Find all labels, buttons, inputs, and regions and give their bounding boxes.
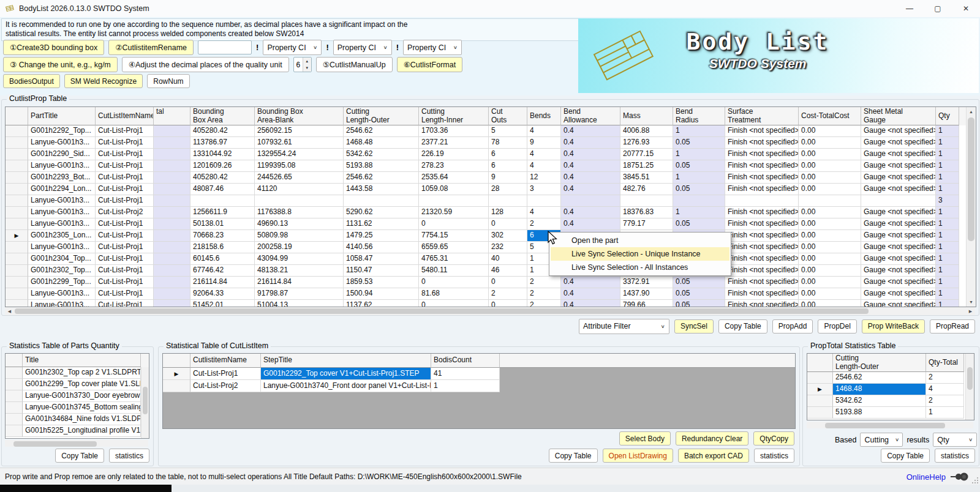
table-cell[interactable]: 244526.65 (255, 172, 344, 184)
statistics-button[interactable]: statistics (935, 449, 975, 463)
column-header-2[interactable]: CutListItemName (96, 107, 154, 125)
table-cell[interactable]: 0.00 (799, 265, 861, 277)
table-cell[interactable] (255, 195, 344, 207)
table-cell[interactable]: 7754.15 (419, 230, 489, 242)
table-cell[interactable]: G001h2290_Sid... (28, 149, 96, 160)
title-column-header[interactable]: Title (23, 354, 141, 367)
table-cell[interactable]: 0.4 (561, 172, 620, 184)
table-cell[interactable]: Finish <not specified> (725, 207, 799, 218)
table-cell[interactable]: 5 (489, 125, 527, 137)
table-cell[interactable]: 278.23 (419, 160, 489, 172)
row-header[interactable] (6, 195, 28, 207)
step-title-cell[interactable]: Lanyue-G001h3740_Front door panel V1+Cut… (261, 380, 431, 392)
table-cell[interactable]: Gauge <not specified> (861, 207, 936, 218)
proptotal-cell[interactable]: 5193.88 (833, 407, 926, 419)
qtycopy-button[interactable]: QtyCopy (753, 431, 794, 445)
table-cell[interactable]: 1859.53 (344, 277, 419, 288)
cutlistitem-name-cell[interactable]: Cut-List-Proj1 (190, 368, 261, 380)
table-cell[interactable]: 6 (489, 160, 527, 172)
table-cell[interactable]: 0.00 (799, 300, 861, 307)
property-ci-combo-3[interactable]: Property CI∨ (403, 40, 462, 55)
spinner-up-icon[interactable]: ▲ (303, 58, 311, 65)
table-cell[interactable]: 1 (936, 184, 959, 195)
table-cell[interactable]: Cut-List-Proj1 (96, 149, 154, 160)
proptotal-vertical-scrollbar[interactable] (965, 354, 974, 420)
table-cell[interactable]: Cut-List-Proj1 (96, 277, 154, 288)
part-title-cell[interactable]: G001h2302_Top cap 2 V1.SLDPRT (23, 367, 141, 379)
table-cell[interactable]: 0.4 (561, 218, 620, 230)
table-cell[interactable]: 2546.62 (344, 125, 419, 137)
redundancy-clear-button[interactable]: Redundancy Clear (676, 431, 748, 445)
table-cell[interactable]: Gauge <not specified> (861, 230, 936, 242)
column-header-1[interactable]: Cutting Length-Outer (833, 354, 926, 372)
table-cell[interactable]: 0 (419, 277, 489, 288)
row-header[interactable] (6, 207, 28, 218)
table-cell[interactable]: 4 (527, 207, 561, 218)
propdel-button[interactable]: PropDel (818, 319, 856, 334)
row-header-current[interactable]: ▶ (6, 230, 28, 242)
syncsel-button[interactable]: SyncSel (674, 319, 714, 334)
table-cell[interactable]: 5193.88 (344, 160, 419, 172)
based-combo[interactable]: Cutting∨ (860, 433, 903, 447)
column-header-1[interactable]: CutlistitemName (190, 354, 261, 368)
table-cell[interactable]: 0.4 (561, 288, 620, 300)
scrollbar-thumb[interactable] (15, 308, 869, 314)
cutlist-format-button[interactable]: ⑥CutlistFormat (397, 57, 463, 72)
table-cell[interactable]: 2546.62 (344, 172, 419, 184)
attribute-filter-combo[interactable]: Attribute Filter∨ (579, 319, 669, 334)
cutlistitem-name-cell[interactable]: Cut-List-Proj2 (190, 380, 261, 392)
propread-button[interactable]: PropRead (930, 319, 975, 334)
column-header-12[interactable]: Bend Radius (673, 107, 725, 125)
column-header-5[interactable]: Bounding Box Area-Blank (255, 107, 344, 125)
row-header[interactable] (6, 137, 28, 149)
table-cell[interactable]: 1 (936, 300, 959, 307)
table-cell[interactable]: Cut-List-Proj1 (96, 288, 154, 300)
proptotal-cell[interactable]: 2546.62 (833, 372, 926, 384)
copy-table-button[interactable]: Copy Table (549, 449, 598, 463)
table-cell[interactable]: 3372.91 (620, 277, 673, 288)
table-cell[interactable]: 1 (936, 160, 959, 172)
row-header[interactable] (6, 379, 23, 390)
table-cell[interactable]: 4765.31 (419, 253, 489, 265)
table-cell[interactable]: 0.00 (799, 242, 861, 253)
scroll-up-icon[interactable]: ▲ (967, 107, 976, 116)
table-cell[interactable]: G001h2294_Lon... (28, 184, 96, 195)
bodies-output-button[interactable]: BodiesOutput (3, 74, 60, 88)
table-cell[interactable]: 1 (936, 277, 959, 288)
table-cell[interactable]: Gauge <not specified> (861, 172, 936, 184)
table-cell[interactable]: 200258.19 (255, 242, 344, 253)
batch-export-cad-button[interactable]: Batch export CAD (678, 449, 749, 463)
table-cell[interactable]: 1059.08 (419, 184, 489, 195)
table-cell[interactable] (154, 137, 190, 149)
table-cell[interactable]: 70668.23 (190, 230, 255, 242)
table-cell[interactable]: Finish <not specified> (725, 184, 799, 195)
table-cell[interactable]: Lanyue-G001h3... (28, 288, 96, 300)
table-cell[interactable]: 1137.62 (344, 300, 419, 307)
table-cell[interactable]: 0.4 (561, 149, 620, 160)
table-cell[interactable]: 1443.58 (344, 184, 419, 195)
table-cell[interactable]: 0.4 (561, 125, 620, 137)
table-cell[interactable]: 21320.59 (419, 207, 489, 218)
table-cell[interactable] (561, 195, 620, 207)
column-header-3[interactable]: tal (154, 107, 190, 125)
property-ci-combo-2[interactable]: Property CI∨ (333, 40, 392, 55)
parts-vertical-scrollbar[interactable] (141, 367, 149, 438)
table-cell[interactable]: 81.68 (419, 288, 489, 300)
table-cell[interactable] (154, 125, 190, 137)
table-cell[interactable]: Cut-List-Proj1 (96, 160, 154, 172)
row-header[interactable] (807, 372, 833, 384)
table-cell[interactable]: Gauge <not specified> (861, 300, 936, 307)
scrollbar-thumb[interactable] (967, 367, 973, 390)
table-cell[interactable] (154, 288, 190, 300)
table-cell[interactable]: 0.00 (799, 277, 861, 288)
column-header-2[interactable]: StepTitle (261, 354, 431, 368)
parts-horizontal-scrollbar[interactable] (5, 440, 148, 447)
row-header[interactable] (6, 218, 28, 230)
table-cell[interactable]: 3 (527, 184, 561, 195)
table-cell[interactable]: 0.05 (673, 277, 725, 288)
table-cell[interactable]: Finish <not specified> (725, 149, 799, 160)
column-header-11[interactable]: Mass (620, 107, 673, 125)
table-cell[interactable]: Finish <not specified> (725, 253, 799, 265)
table-cell[interactable]: Lanyue-G001h3... (28, 218, 96, 230)
table-cell[interactable]: 3 (936, 195, 959, 207)
